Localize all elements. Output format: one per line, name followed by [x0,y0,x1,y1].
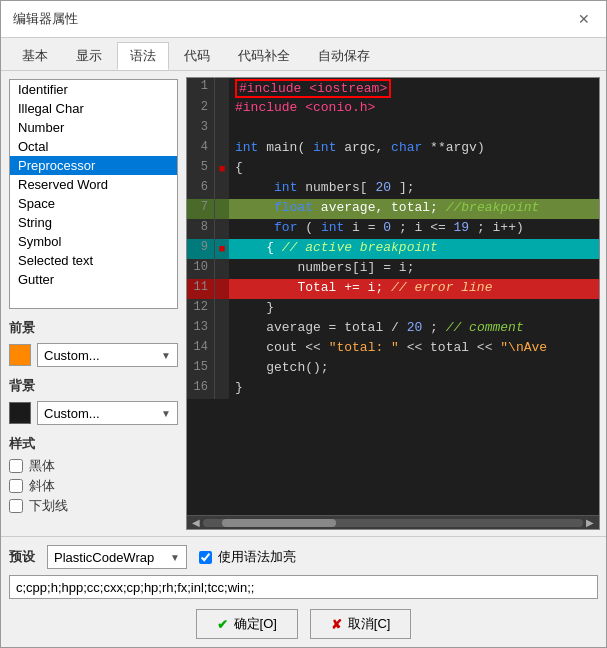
left-panel: Identifier Illegal Char Number Octal Pre… [1,71,186,536]
underline-checkbox[interactable] [9,499,23,513]
italic-checkbox[interactable] [9,479,23,493]
list-item-number[interactable]: Number [10,118,177,137]
underline-row: 下划线 [9,497,178,515]
underline-label: 下划线 [29,497,68,515]
code-line-16: 16 } [187,379,599,399]
foreground-color-box[interactable] [9,344,31,366]
str-14: "total: " [329,340,399,355]
tab-code[interactable]: 代码 [171,42,223,70]
code-14a: cout << [235,340,329,355]
line-num-14: 14 [187,339,215,359]
line-num-5: 5 [187,159,215,179]
bottom-panel: 预设 PlasticCodeWrap ▼ 使用语法加亮 ✔ 确定[O] ✘ 取消… [1,536,606,647]
code-line-10: 10 numbers[i] = i; [187,259,599,279]
background-dropdown-arrow: ▼ [161,408,171,419]
ok-label: 确定[O] [234,615,277,633]
bold-label: 黑体 [29,457,55,475]
code-line-6: 6 int numbers[ 20 ]; [187,179,599,199]
close-button[interactable]: ✕ [574,9,594,29]
main-content: Identifier Illegal Char Number Octal Pre… [1,71,606,536]
code-line-13: 13 average = total / 20 ; // comment [187,319,599,339]
code-16: } [235,380,243,395]
line-content-7: float average, total; //breakpoint [229,199,599,219]
list-item-identifier[interactable]: Identifier [10,80,177,99]
horizontal-scrollbar[interactable]: ◀ ▶ [187,515,599,529]
scroll-right-arrow[interactable]: ▶ [583,517,597,528]
line-content-8: for ( int i = 0 ; i <= 19 ; i++) [229,219,599,239]
code-editor-panel: 1 #include <iostream> 2 #include <conio.… [186,77,600,530]
list-item-preprocessor[interactable]: Preprocessor [10,156,177,175]
dialog-title: 编辑器属性 [13,10,78,28]
line-content-10: numbers[i] = i; [229,259,599,279]
comment-7: //breakpoint [446,200,540,215]
foreground-dropdown[interactable]: Custom... ▼ [37,343,178,367]
tab-syntax[interactable]: 语法 [117,42,169,70]
ok-button[interactable]: ✔ 确定[O] [196,609,298,639]
code-line-4: 4 int main( int argc, char **argv) [187,139,599,159]
code-editor: 1 #include <iostream> 2 #include <conio.… [187,78,599,515]
tab-display[interactable]: 显示 [63,42,115,70]
list-item-gutter[interactable]: Gutter [10,270,177,289]
file-extensions-input[interactable] [9,575,598,599]
scrollbar-thumb[interactable] [222,519,336,527]
code-14b: << total << [407,340,501,355]
line-content-14: cout << "total: " << total << "\nAve [229,339,599,359]
preset-row: 预设 PlasticCodeWrap ▼ [9,545,187,569]
background-dropdown[interactable]: Custom... ▼ [37,401,178,425]
list-item-illegal-char[interactable]: Illegal Char [10,99,177,118]
scrollbar-track[interactable] [203,519,583,527]
syntax-highlight-label: 使用语法加亮 [218,548,296,566]
syntax-list[interactable]: Identifier Illegal Char Number Octal Pre… [9,79,178,309]
code-13a: average = total / [235,320,407,335]
line-marker-4 [215,139,229,159]
kw-int-8: int [321,220,344,235]
editor-properties-dialog: 编辑器属性 ✕ 基本 显示 语法 代码 代码补全 自动保存 Identifier… [0,0,607,648]
list-item-space[interactable]: Space [10,194,177,213]
list-item-string[interactable]: String [10,213,177,232]
line-content-12: } [229,299,599,319]
list-item-selected-text[interactable]: Selected text [10,251,177,270]
code-6b: ]; [399,180,415,195]
num-20b: 20 [407,320,423,335]
syntax-highlight-checkbox[interactable] [199,551,212,564]
code-15: getch(); [235,360,329,375]
line-marker-16 [215,379,229,399]
code-8b: i = [352,220,383,235]
argv: **argv) [430,140,485,155]
line-num-10: 10 [187,259,215,279]
line-content-4: int main( int argc, char **argv) [229,139,599,159]
line-content-6: int numbers[ 20 ]; [229,179,599,199]
indent8 [235,220,266,235]
num-0: 0 [383,220,391,235]
brace-5: { [235,160,243,175]
scroll-left-arrow[interactable]: ◀ [189,517,203,528]
line-num-1: 1 [187,78,215,99]
line-content-1: #include <iostream> [229,78,599,99]
preset-dropdown[interactable]: PlasticCodeWrap ▼ [47,545,187,569]
line-num-15: 15 [187,359,215,379]
list-item-octal[interactable]: Octal [10,137,177,156]
bold-checkbox[interactable] [9,459,23,473]
line-marker-3 [215,119,229,139]
preset-label: 预设 [9,548,39,566]
list-item-reserved-word[interactable]: Reserved Word [10,175,177,194]
code-12: } [235,300,274,315]
line-content-13: average = total / 20 ; // comment [229,319,599,339]
bold-row: 黑体 [9,457,178,475]
style-section: 样式 黑体 斜体 下划线 [9,435,178,517]
tab-basic[interactable]: 基本 [9,42,61,70]
code-line-5: 5 ■ { [187,159,599,179]
line-marker-2 [215,99,229,119]
code-line-11: 11 Total += i; // error line [187,279,599,299]
italic-label: 斜体 [29,477,55,495]
tab-autocomplete[interactable]: 代码补全 [225,42,303,70]
tab-autosave[interactable]: 自动保存 [305,42,383,70]
kw-int-4: int [235,140,258,155]
background-color-box[interactable] [9,402,31,424]
file-ext-row [9,575,598,599]
cancel-button[interactable]: ✘ 取消[C] [310,609,412,639]
code-8a: ( [305,220,313,235]
code-line-12: 12 } [187,299,599,319]
line-content-9: { // active breakpoint [229,239,599,259]
list-item-symbol[interactable]: Symbol [10,232,177,251]
